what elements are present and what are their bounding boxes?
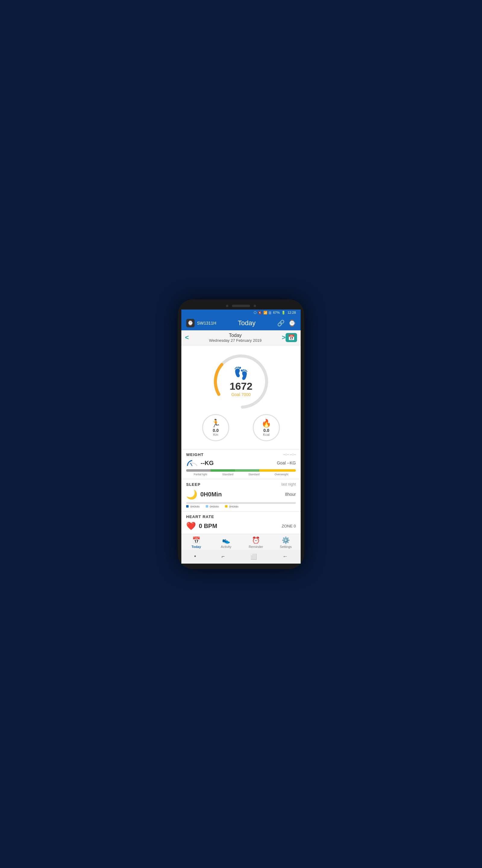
date-subtitle: Wednesday 27 February 2019 xyxy=(189,338,282,343)
speaker xyxy=(232,305,250,307)
next-date-button[interactable]: > xyxy=(282,334,286,341)
weight-gauge-svg xyxy=(186,459,198,467)
phone-frame: ⬠ 🔇 📶 ||| 67% 🔋 12:28 ⌚ SW1311H Today 🔗 … xyxy=(178,299,304,569)
weight-gauge: --KG xyxy=(186,459,214,467)
status-bar: ⬠ 🔇 📶 ||| 67% 🔋 12:28 xyxy=(181,310,301,316)
signal-icon: ||| xyxy=(269,311,271,314)
weight-bar-seg4 xyxy=(259,469,296,472)
weight-section: WEIGHT --:-- --:-- --KG Goal --KG xyxy=(181,449,301,479)
nav-reminder[interactable]: ⏰ Reminder xyxy=(247,536,265,549)
wifi-icon: 📶 xyxy=(263,311,267,315)
weight-label-4: Overweight xyxy=(275,473,288,476)
weight-value: --KG xyxy=(201,460,214,467)
sleep-left: 🌙 0H0Min xyxy=(186,489,222,500)
sleep-bar xyxy=(186,502,296,504)
app-header: ⌚ SW1311H Today 🔗 ⌚ xyxy=(181,316,301,330)
calories-value: 0.0 xyxy=(263,428,269,433)
nav-activity[interactable]: 👟 Activity xyxy=(217,536,235,549)
heart-zone: ZONE 0 xyxy=(282,524,296,528)
date-display: Today Wednesday 27 February 2019 xyxy=(189,333,282,343)
calories-unit: Kcal xyxy=(263,433,269,436)
sleep-icon: 🌙 xyxy=(186,489,197,500)
sleep-legend-light: 0H0Min xyxy=(206,505,219,508)
steps-ring: 👣 1672 Goal 7000 xyxy=(211,351,271,412)
calories-circle: 🔥 0.0 Kcal xyxy=(253,414,280,441)
weight-bar xyxy=(186,469,296,472)
weight-bar-seg3 xyxy=(235,469,259,472)
weight-goal: Goal --KG xyxy=(277,461,296,465)
nav-settings-label: Settings xyxy=(280,545,292,549)
nav-activity-icon: 👟 xyxy=(222,536,230,544)
weight-row: --KG Goal --KG xyxy=(186,459,296,467)
distance-circle: 🏃 0.0 Km xyxy=(202,414,229,441)
heart-left: ❤️ 0 BPM xyxy=(186,521,217,531)
sleep-row: 🌙 0H0Min 8hour xyxy=(186,489,296,500)
camera-dot2 xyxy=(254,305,256,307)
steps-goal: Goal 7000 xyxy=(230,392,252,397)
battery-percent: 67% xyxy=(273,311,280,314)
footprint-icon: 👣 xyxy=(230,366,252,380)
mute-icon: 🔇 xyxy=(258,311,262,315)
camera-dot xyxy=(226,305,228,307)
bottom-nav: 📅 Today 👟 Activity ⏰ Reminder ⚙️ Setting… xyxy=(181,534,301,550)
deep-sleep-dot xyxy=(186,505,189,507)
nav-settings[interactable]: ⚙️ Settings xyxy=(277,536,295,549)
weight-label-2: Standard xyxy=(222,473,233,476)
sleep-title: SLEEP xyxy=(186,482,201,487)
weight-header: WEIGHT --:-- --:-- xyxy=(186,453,296,457)
system-recent-button[interactable]: ⌐ xyxy=(221,553,225,560)
weight-time: --:-- --:-- xyxy=(283,453,296,457)
light-sleep-dot xyxy=(206,505,208,507)
share-icon[interactable]: 🔗 xyxy=(277,319,285,327)
phone-screen: ⬠ 🔇 📶 ||| 67% 🔋 12:28 ⌚ SW1311H Today 🔗 … xyxy=(181,310,301,564)
heart-row: ❤️ 0 BPM ZONE 0 xyxy=(186,521,296,531)
calories-icon: 🔥 xyxy=(261,418,271,428)
nav-settings-icon: ⚙️ xyxy=(282,536,290,544)
header-action-icons[interactable]: 🔗 ⌚ xyxy=(277,319,296,327)
sleep-header: SLEEP last night xyxy=(186,482,296,487)
sleep-legend: 0H0Min 0H0Min 0H0Min xyxy=(186,505,296,508)
system-home-button[interactable]: ⬜ xyxy=(250,553,257,560)
app-title: Today xyxy=(219,319,275,327)
distance-value: 0.0 xyxy=(213,428,218,433)
date-nav: < Today Wednesday 27 February 2019 > 📅 xyxy=(181,330,301,345)
distance-unit: Km xyxy=(213,433,218,436)
system-back-button[interactable]: ← xyxy=(283,553,288,560)
nav-activity-label: Activity xyxy=(221,545,231,549)
heart-icon: ❤️ xyxy=(186,521,196,531)
phone-bezel xyxy=(181,305,301,307)
battery-icon: 🔋 xyxy=(281,311,286,315)
heart-rate-section: HEART RATE ❤️ 0 BPM ZONE 0 xyxy=(181,511,301,534)
sleep-goal: 8hour xyxy=(285,492,296,497)
weight-bar-labels: Partial light Standard Standard Overweig… xyxy=(186,473,296,476)
heart-rate-title: HEART RATE xyxy=(186,515,214,519)
weight-label-1: Partial light xyxy=(194,473,207,476)
steps-inner-content: 👣 1672 Goal 7000 xyxy=(230,366,252,397)
nav-reminder-icon: ⏰ xyxy=(252,536,260,544)
sleep-time-label: last night xyxy=(281,482,296,487)
nav-today-label: Today xyxy=(192,545,201,549)
nav-today[interactable]: 📅 Today xyxy=(187,536,205,549)
nav-today-icon: 📅 xyxy=(192,536,200,544)
mini-stats: 🏃 0.0 Km 🔥 0.0 Kcal xyxy=(181,412,301,446)
steps-section: 👣 1672 Goal 7000 🏃 0.0 Km 🔥 0.0 Kcal xyxy=(181,345,301,449)
system-nav: • ⌐ ⬜ ← xyxy=(181,550,301,564)
sleep-section: SLEEP last night 🌙 0H0Min 8hour 0H0Min 0… xyxy=(181,479,301,511)
nav-reminder-label: Reminder xyxy=(249,545,263,549)
status-icons: ⬠ 🔇 📶 ||| xyxy=(254,311,271,315)
sleep-legend-awake: 0H0Min xyxy=(225,505,238,508)
calendar-button[interactable]: 📅 xyxy=(286,333,297,342)
weight-bar-seg2 xyxy=(211,469,235,472)
steps-count: 1672 xyxy=(230,380,252,392)
awake-dot xyxy=(225,505,227,507)
weight-label-3: Standard xyxy=(249,473,260,476)
system-dot-button[interactable]: • xyxy=(194,553,196,560)
date-title: Today xyxy=(189,333,282,338)
prev-date-button[interactable]: < xyxy=(185,334,189,341)
clock: 12:28 xyxy=(287,311,296,314)
heart-value: 0 BPM xyxy=(199,523,217,530)
device-id-label: SW1311H xyxy=(197,321,216,326)
speedometer-icon[interactable]: ⌚ xyxy=(288,319,296,327)
weight-bar-seg1 xyxy=(186,469,211,472)
watch-device-icon: ⌚ xyxy=(186,319,195,327)
